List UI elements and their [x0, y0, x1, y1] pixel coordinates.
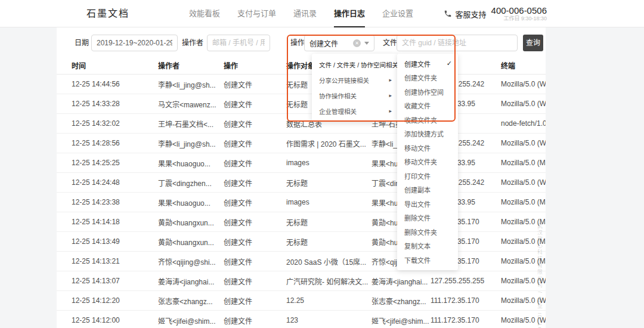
phone-icon	[444, 10, 452, 18]
cell-operator: 黄勋<huangxun...	[158, 217, 224, 227]
menu-item[interactable]: 添加快捷方式	[397, 127, 458, 141]
cell-object: 无标题	[286, 237, 371, 247]
cell-operator: 丁震<dingzhen...	[158, 178, 224, 188]
menu-item[interactable]: 复制文本	[397, 239, 458, 253]
menu-item[interactable]: 创建副本	[397, 183, 458, 197]
cell-action: 创建文件	[224, 296, 286, 306]
cell-time: 12-25 14:13:21	[72, 257, 158, 265]
operator-input[interactable]	[207, 35, 270, 51]
menu-item-label: 移动文件夹	[404, 157, 437, 166]
menu-group-item[interactable]: 分享公开链接相关▸	[312, 72, 398, 88]
menu-group-item[interactable]: 文件 / 文件夹 / 协作空间相关▸	[312, 57, 398, 72]
cell-owner: 姬飞<jifei@shim...	[371, 315, 431, 326]
menu-item[interactable]: 创建协作空间	[397, 85, 458, 99]
date-label: 日期	[75, 35, 89, 51]
menu-item[interactable]: 创建文件夹	[397, 71, 458, 85]
nav-item-link[interactable]: 通讯录	[293, 0, 317, 27]
cell-ip: 111.172.35.170	[431, 316, 501, 324]
cell-action: 创建文件	[224, 79, 286, 89]
date-range-input[interactable]	[91, 35, 178, 51]
cell-object: 2020 SaaS 小微（15席...	[286, 256, 371, 267]
submenu-arrow-icon: ▸	[389, 108, 392, 114]
chevron-down-icon	[364, 42, 369, 45]
menu-item-label: 复制文本	[404, 241, 431, 250]
menu-item[interactable]: 下载文件	[397, 253, 458, 267]
cell-time: 12-25 14:28:56	[72, 139, 158, 147]
search-button[interactable]: 查询	[523, 35, 543, 51]
cell-action: 创建文件	[224, 197, 286, 208]
table-row: 12-25 14:13:49黄勋<huangxun...创建文件无标题黄勋<hu…	[57, 232, 546, 252]
nav-item-active[interactable]: 操作日志	[334, 0, 365, 27]
header-cell: 操作	[224, 60, 286, 70]
menu-item[interactable]: 移动文件	[397, 141, 458, 155]
cell-time: 12-25 14:13:49	[72, 237, 158, 246]
cell-operator: 王坤-石墨文档<...	[158, 119, 224, 129]
table-row: 12-25 14:24:48丁震<dingzhen...创建文件无标题丁震<di…	[57, 173, 546, 193]
cell-object: 12.25	[286, 296, 371, 305]
cell-ip: 111.172.35.170	[431, 296, 501, 305]
support-area: 客服支持 400-006-0506 工作日 9:30-18:30	[444, 0, 547, 27]
nav-item-link[interactable]: 效能看板	[189, 0, 220, 27]
cell-time: 12-25 14:12:20	[72, 296, 158, 305]
support-phone: 400-006-0506	[491, 5, 547, 16]
operator-label: 操作者	[182, 35, 203, 51]
menu-item[interactable]: 删除文件夹	[397, 225, 458, 239]
cell-action: 创建文件	[224, 99, 286, 109]
cell-owner: 姜海涛<jianghai...	[371, 276, 431, 286]
header-cell: 终端	[501, 60, 546, 70]
header-cell: 时间	[72, 60, 158, 70]
cell-terminal: Mozilla/5.0 (Wind...	[501, 178, 546, 187]
cell-action: 创建文件	[224, 276, 286, 286]
table-row: 12-25 14:12:00姬飞<jifei@shim...创建文件123姬飞<…	[57, 311, 546, 328]
cell-ip: 127.255.255.255	[431, 277, 501, 285]
filter-bar: 日期 操作者 操作 创建文件 ✕ 文件 查询	[57, 35, 546, 51]
cell-terminal: Mozilla/5.0 (Wind...	[501, 139, 546, 147]
cell-owner: 张志豪<zhangz...	[371, 296, 431, 306]
clear-icon[interactable]: ✕	[353, 39, 361, 47]
table-row: 12-25 14:44:56李静<li_jing@sh...创建文件无标题李静<…	[57, 75, 546, 94]
support-label: 客服支持	[456, 8, 487, 20]
menu-item-label: 移动文件	[404, 143, 431, 153]
cell-action: 创建文件	[224, 138, 286, 148]
menu-group-item[interactable]: 协作操作相关▸	[312, 88, 398, 103]
menu-item-label: 创建文件	[404, 59, 431, 69]
table-row: 12-25 14:12:20张志豪<zhangz...创建文件12.25张志豪<…	[57, 291, 546, 311]
cell-object: 作图需求 | 2020 石墨文...	[286, 138, 371, 148]
menu-item[interactable]: 移动文件夹	[397, 155, 458, 169]
menu-item-label: 下载文件	[404, 255, 431, 265]
menu-group-label: 协作操作相关	[319, 91, 357, 100]
cell-terminal: node-fetch/1.0 (...	[501, 119, 546, 128]
check-icon: ✓	[447, 60, 452, 67]
cell-operator: 果果<huaoguo...	[158, 158, 224, 168]
menu-item-label: 创建协作空间	[404, 87, 444, 97]
menu-item-label: 添加快捷方式	[404, 129, 444, 138]
nav-item-link[interactable]: 企业设置	[382, 0, 413, 27]
menu-item[interactable]: 创建文件✓	[397, 57, 458, 71]
cell-action: 创建文件	[224, 315, 286, 326]
menu-item[interactable]: 收藏文件	[397, 99, 458, 113]
menu-item-label: 导出文件	[404, 199, 431, 209]
file-label: 文件	[383, 35, 397, 51]
cell-object: images	[286, 198, 371, 206]
cell-operator: 果果<huaoguo...	[158, 197, 224, 208]
cell-operator: 黄勋<huangxun...	[158, 237, 224, 247]
submenu-arrow-icon: ▸	[389, 77, 392, 83]
menu-item[interactable]: 导出文件	[397, 197, 458, 211]
nav-item-link[interactable]: 支付与订单	[237, 0, 276, 27]
menu-group-item[interactable]: 企业管理相关▸	[312, 103, 398, 119]
cell-terminal: Mozilla/5.0 (Maci...	[501, 198, 546, 206]
menu-item[interactable]: 打印文件	[397, 169, 458, 183]
support-hours: 工作日 9:30-18:30	[491, 16, 547, 22]
menu-item[interactable]: 删除文件	[397, 211, 458, 225]
file-guid-input[interactable]	[397, 35, 518, 51]
cell-object: 无标题	[286, 217, 371, 227]
cell-operator: 姜海涛<jianghai...	[158, 276, 224, 286]
cell-operator: 李静<li_jing@sh...	[158, 138, 224, 148]
submenu-arrow-icon: ▸	[389, 92, 392, 98]
menu-item[interactable]: 收藏文件夹	[397, 113, 458, 127]
cell-time: 12-25 14:14:18	[72, 218, 158, 226]
action-select[interactable]: 创建文件 ✕	[304, 35, 374, 51]
menu-item-label: 删除文件夹	[404, 227, 437, 237]
cell-operator: 马文宗<mawenz...	[158, 99, 224, 109]
action-menu-level1: 文件 / 文件夹 / 协作空间相关▸分享公开链接相关▸协作操作相关▸企业管理相关…	[312, 54, 398, 122]
